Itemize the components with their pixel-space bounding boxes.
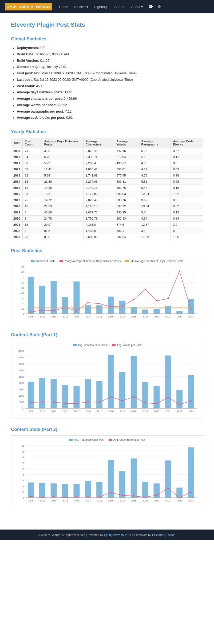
svg-text:2011: 2011 bbox=[51, 499, 56, 502]
cell-avg-chars: 4,177.82 bbox=[83, 191, 114, 197]
cell-avg-para: 5.18 bbox=[139, 154, 171, 160]
svg-point-58 bbox=[122, 305, 123, 307]
cell-avg-code: 0.13 bbox=[171, 209, 203, 216]
svg-point-129 bbox=[167, 397, 169, 398]
svg-text:2014: 2014 bbox=[85, 410, 91, 413]
table-row: 2018 13 27.23 4,110.15 897.92 13.54 0.62 bbox=[11, 203, 203, 209]
cell-avg-chars: 2,274.63 bbox=[83, 179, 114, 185]
stat-avg-days: Average days between posts: 11.51 bbox=[17, 89, 203, 96]
legend-site-avg: Site Average Number of Days Between Post… bbox=[125, 260, 183, 263]
stat-generator: Generator: @11ty/eleventy v2.0.1 bbox=[17, 64, 203, 70]
nav-about[interactable]: About ▾ bbox=[129, 3, 146, 10]
legend-label-words: Avg. Words per Post bbox=[117, 344, 141, 347]
logo-name: JOHN M. WARGO bbox=[19, 5, 50, 9]
svg-text:6: 6 bbox=[23, 479, 24, 482]
legend-label-code: Avg. Code Blocks per Post bbox=[113, 438, 145, 441]
svg-text:2018: 2018 bbox=[131, 410, 136, 413]
cell-avg-chars: 2,392.74 bbox=[83, 154, 114, 160]
table-row: 2021 15 29.07 4,136.8 874.6 12.87 3.2 bbox=[11, 222, 203, 228]
svg-point-188 bbox=[76, 496, 77, 498]
site-logo[interactable]: JMW JOHN M. WARGO bbox=[5, 3, 52, 10]
svg-text:2018: 2018 bbox=[131, 315, 136, 318]
global-stats-title: Global Statistics bbox=[11, 36, 203, 42]
cell-avg-para: 12.94 bbox=[139, 191, 171, 197]
svg-rect-87 bbox=[28, 382, 34, 408]
cell-avg-para: 12.87 bbox=[139, 222, 171, 228]
svg-rect-115 bbox=[188, 375, 194, 408]
chat-icon[interactable]: 💬 bbox=[146, 3, 155, 10]
svg-rect-48 bbox=[188, 299, 194, 314]
legend-chars: Avg. Characters per Post bbox=[73, 344, 108, 347]
footer-eleventy-link[interactable]: @11ty/eleventy v2.0.1 bbox=[104, 533, 133, 536]
cell-year: 2013 bbox=[11, 172, 23, 179]
svg-text:14: 14 bbox=[21, 456, 24, 459]
cell-avg-days: 29.07 bbox=[42, 222, 83, 228]
nav-home[interactable]: Home bbox=[56, 3, 71, 10]
footer-pixelarity-link[interactable]: Pixelarity (Faction) bbox=[152, 533, 176, 536]
svg-point-121 bbox=[76, 403, 77, 404]
svg-text:2017: 2017 bbox=[120, 315, 125, 318]
table-row: 2020 9 24.78 1,750.78 362.33 4.94 0.89 bbox=[11, 216, 203, 222]
legend-words: Avg. Words per Post bbox=[112, 344, 141, 347]
cell-avg-words: 397.81 bbox=[114, 166, 139, 172]
svg-point-119 bbox=[53, 401, 54, 403]
svg-point-61 bbox=[156, 300, 157, 301]
nav-sightings[interactable]: Sightings bbox=[92, 3, 111, 10]
cell-avg-days: 5.79 bbox=[42, 160, 83, 166]
cell-year: 2015 bbox=[11, 185, 23, 191]
github-icon[interactable]: ⚙ bbox=[156, 3, 163, 10]
svg-text:2013: 2013 bbox=[74, 499, 79, 502]
svg-text:2015: 2015 bbox=[97, 315, 102, 318]
svg-rect-166 bbox=[96, 482, 102, 498]
svg-point-127 bbox=[145, 402, 146, 404]
legend-label-chars: Avg. Characters per Post bbox=[78, 344, 108, 347]
legend-label-yearly: Yearly Average Number of Days Between Po… bbox=[64, 260, 121, 263]
svg-point-50 bbox=[30, 311, 31, 313]
nav-articles[interactable]: Articles ▾ bbox=[72, 3, 91, 10]
cell-year: 2023 bbox=[11, 234, 23, 240]
nav-search[interactable]: Search bbox=[112, 3, 128, 10]
content-stats2-title: Content Stats (Part 2) bbox=[11, 427, 203, 432]
cell-year: 2017 bbox=[11, 197, 23, 203]
cell-avg-para: 17.38 bbox=[139, 234, 171, 240]
svg-text:2022: 2022 bbox=[177, 410, 182, 413]
stat-build-version: Build Version: 0.1.25 bbox=[17, 58, 203, 64]
svg-text:2009: 2009 bbox=[28, 315, 33, 318]
cell-avg-words: 306.4 bbox=[114, 228, 139, 234]
svg-text:3000: 3000 bbox=[19, 369, 24, 372]
svg-text:2014: 2014 bbox=[85, 499, 91, 502]
svg-rect-40 bbox=[142, 309, 148, 314]
cell-avg-days: 6.76 bbox=[42, 154, 83, 160]
cell-avg-code: 0.62 bbox=[171, 203, 203, 209]
svg-rect-162 bbox=[73, 484, 80, 498]
global-stats-list: Deployments: 140 Build Date: 7/16/2023, … bbox=[11, 45, 203, 121]
svg-rect-113 bbox=[176, 390, 183, 408]
yearly-stats-table: Year Post Count Average Days Between Pos… bbox=[11, 138, 203, 240]
cell-avg-para: 5.25 bbox=[139, 148, 171, 154]
svg-point-196 bbox=[167, 488, 169, 489]
cell-avg-days: 13.3 bbox=[42, 191, 83, 197]
svg-text:2017: 2017 bbox=[120, 410, 125, 413]
table-row: 2023 28 8.36 2,600.86 582.64 17.38 1.96 bbox=[11, 234, 203, 240]
svg-text:2021: 2021 bbox=[165, 499, 171, 502]
svg-point-51 bbox=[42, 309, 43, 311]
cell-avg-words: 483.75 bbox=[114, 185, 139, 191]
cell-avg-words: 897.92 bbox=[114, 203, 139, 209]
cell-posts: 54 bbox=[22, 154, 42, 160]
cell-avg-para: 4.69 bbox=[139, 166, 171, 172]
svg-text:2018: 2018 bbox=[131, 499, 136, 502]
legend-color-site bbox=[125, 260, 129, 262]
svg-text:1500: 1500 bbox=[19, 388, 24, 391]
svg-point-195 bbox=[156, 494, 157, 496]
cell-avg-code: 0.89 bbox=[171, 216, 203, 222]
col-avg-days: Average Days Between Posts bbox=[42, 138, 83, 148]
content-stats1-section: Content Stats (Part 1) Avg. Characters p… bbox=[11, 332, 203, 419]
table-row: 2010 54 6.76 2,392.74 515.04 5.18 0.11 bbox=[11, 154, 203, 160]
table-row: 2017 25 14.72 2,826.48 603.76 9.12 0.8 bbox=[11, 197, 203, 203]
cell-avg-para: 9.12 bbox=[139, 197, 171, 203]
table-row: 2011 63 5.79 2,286.4 490.67 4.95 0.3 bbox=[11, 160, 203, 166]
svg-rect-103 bbox=[119, 372, 125, 408]
svg-text:2010: 2010 bbox=[39, 410, 45, 413]
legend-color-para bbox=[69, 439, 73, 441]
content-stats1-svg: 0500100015002000250030003500400045002009… bbox=[14, 348, 201, 418]
